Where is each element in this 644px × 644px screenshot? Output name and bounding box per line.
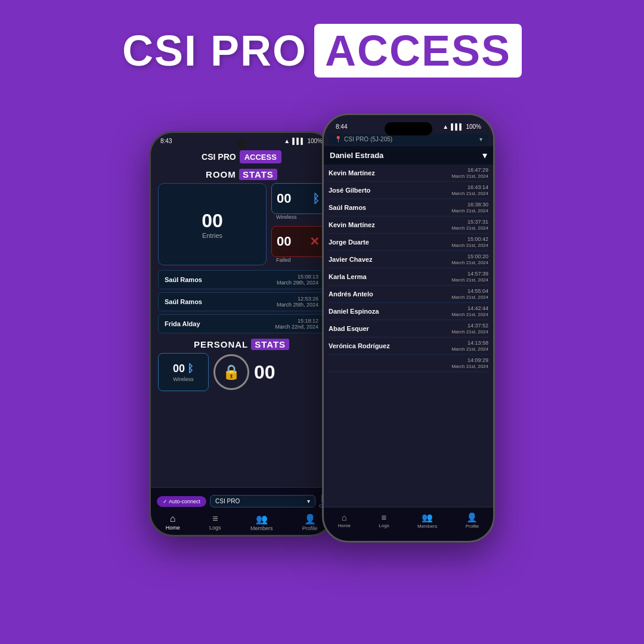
battery-text: 100% xyxy=(307,138,323,144)
failed-x-icon: ✕ xyxy=(309,234,320,249)
location-text: CSI PRO (5J-205) xyxy=(344,136,392,143)
entries-card: 00 Entries xyxy=(158,183,267,265)
right-nav-members[interactable]: 👥 Members xyxy=(417,512,437,529)
nav-members[interactable]: 👥 Members xyxy=(250,513,273,531)
header-access-text: ACCESS xyxy=(325,27,511,75)
personal-count-display: 00 xyxy=(254,361,275,383)
right-phone-screen: 8:44 ▲ ▌▌▌ 100% 📍 CSI PRO (5J-205) ▾ Dan… xyxy=(324,115,493,541)
battery-text-right: 100% xyxy=(466,123,481,130)
log-list-left: Saúl Ramos 15:08:13March 29th, 2024 Saúl… xyxy=(151,270,332,333)
wireless-label: Wireless xyxy=(271,214,325,222)
personal-count: 00 xyxy=(254,361,275,383)
list-item: José Gilberto 16:43:14March 21st, 2024 xyxy=(329,182,488,199)
personal-wireless-label: Wireless xyxy=(173,376,194,382)
dynamic-island xyxy=(385,122,432,135)
chevron-down-icon: ▾ xyxy=(307,498,310,504)
right-nav-bar: ⌂ Home ≡ Logs 👥 Members 👤 Profile xyxy=(324,507,493,541)
list-item: Karla Lerma 14:57:39March 21st, 2024 xyxy=(329,268,488,286)
logs-icon: ≡ xyxy=(212,513,218,524)
lock-circle-icon: 🔒 xyxy=(213,354,249,390)
list-item: Saúl Ramos 16:38:30March 21st, 2024 xyxy=(329,199,488,216)
right-time: 8:44 xyxy=(336,123,347,130)
left-app-csi-pro: CSI PRO xyxy=(202,152,236,162)
list-item: Andrés Antelo 14:55:04March 21st, 2024 xyxy=(329,286,488,303)
phones-container: 8:43 ▲ ▌▌▌ 100% CSI PRO ACCESS ROOM STAT… xyxy=(0,107,644,644)
right-stats: 00 ᛒ Wireless 00 ✕ Failed xyxy=(271,183,325,265)
log-item: Saúl Ramos 12:53:26March 25th, 2024 xyxy=(158,292,325,311)
stats-grid: 00 Entries 00 ᛒ Wireless 00 ✕ xyxy=(151,183,332,270)
list-item: Daniel Espinoza 14:42:44March 21st, 2024 xyxy=(329,303,488,320)
personal-stats-title: PERSONAL STATS xyxy=(151,337,332,353)
signal-icon: ▌▌▌ xyxy=(292,138,305,144)
left-phone-notch xyxy=(237,139,246,148)
right-nav-logs[interactable]: ≡ Logs xyxy=(379,512,389,529)
user-header-name: Daniel Estrada xyxy=(330,151,383,160)
header-access-box: ACCESS xyxy=(314,24,522,78)
personal-wireless-card: 00 ᛒ Wireless xyxy=(158,353,209,391)
personal-wireless-count: 00 xyxy=(173,363,185,375)
auto-connect-button[interactable]: ✓ Auto-connect xyxy=(157,496,206,507)
left-app-access-text: ACCESS xyxy=(244,153,277,162)
right-log-list: Kevin Martínez 16:47:29March 21st, 2024 … xyxy=(324,165,493,372)
user-header: Daniel Estrada ▾ xyxy=(324,146,493,165)
left-phone-screen: 8:43 ▲ ▌▌▌ 100% CSI PRO ACCESS ROOM STAT… xyxy=(151,133,332,535)
list-item: Kevin Martínez 15:37:31March 21st, 2024 xyxy=(329,216,488,234)
wireless-card: 00 ᛒ xyxy=(271,183,325,214)
right-phone: 8:44 ▲ ▌▌▌ 100% 📍 CSI PRO (5J-205) ▾ Dan… xyxy=(322,113,495,543)
right-nav-profile[interactable]: 👤 Profile xyxy=(466,512,479,529)
left-nav-bar: ⌂ Home ≡ Logs 👥 Members 👤 Profile xyxy=(151,511,332,532)
log-item: Saúl Ramos 15:08:13March 29th, 2024 xyxy=(158,270,325,289)
chevron-down-right-icon: ▾ xyxy=(479,136,482,143)
failed-card: 00 ✕ xyxy=(271,226,325,257)
auto-connect-row: ✓ Auto-connect CSI PRO ▾ ᛒ ON xyxy=(151,491,332,511)
entries-count: 00 xyxy=(202,210,223,232)
failed-label: Failed xyxy=(271,257,325,265)
left-app-access-badge: ACCESS xyxy=(240,150,281,163)
list-item: Abad Esquer 14:37:52March 21st, 2024 xyxy=(329,320,488,338)
header-csi-pro-text: CSI PRO xyxy=(122,26,307,75)
failed-card-wrapper: 00 ✕ Failed xyxy=(271,226,325,265)
wifi-icon-right: ▲ xyxy=(442,123,448,130)
left-bottom-bar: ✓ Auto-connect CSI PRO ▾ ᛒ ON ⌂ Home xyxy=(151,487,332,535)
logs-icon-right: ≡ xyxy=(382,512,387,522)
nav-logs[interactable]: ≡ Logs xyxy=(209,513,221,531)
members-icon: 👥 xyxy=(256,513,268,525)
list-item: Jorge Duarte 15:00:42March 21st, 2024 xyxy=(329,234,488,251)
wifi-icon: ▲ xyxy=(284,138,290,144)
signal-icon-right: ▌▌▌ xyxy=(451,123,463,130)
left-time: 8:43 xyxy=(160,138,172,144)
location-pin-icon: 📍 xyxy=(335,136,342,143)
app-header: CSI PRO ACCESS xyxy=(0,24,644,78)
personal-stats-grid: 00 ᛒ Wireless 🔒 00 xyxy=(151,353,332,395)
csi-pro-dropdown[interactable]: CSI PRO ▾ xyxy=(210,495,315,507)
left-phone: 8:43 ▲ ▌▌▌ 100% CSI PRO ACCESS ROOM STAT… xyxy=(149,131,334,537)
left-app-header: CSI PRO ACCESS xyxy=(151,147,332,167)
log-item: Frida Alday 15:18:12March 22nd, 2024 xyxy=(158,314,325,333)
members-icon-right: 👥 xyxy=(422,512,433,523)
nav-home[interactable]: ⌂ Home xyxy=(166,513,180,531)
home-icon: ⌂ xyxy=(170,513,176,524)
list-item: Verónica Rodríguez 14:13:58March 21st, 2… xyxy=(329,338,488,355)
bluetooth-icon: ᛒ xyxy=(312,192,320,206)
home-icon-right: ⌂ xyxy=(342,512,347,522)
failed-count: 00 xyxy=(277,234,291,249)
wireless-count: 00 xyxy=(277,191,291,206)
chevron-down-user-icon: ▾ xyxy=(482,150,487,161)
profile-icon: 👤 xyxy=(304,513,316,525)
room-stats-title: ROOM STATS xyxy=(151,167,332,183)
list-item: 14:09:29March 21st, 2024 xyxy=(329,355,488,372)
personal-bt-icon: ᛒ xyxy=(187,363,194,375)
nav-profile[interactable]: 👤 Profile xyxy=(302,513,318,531)
list-item: Javier Chavez 15:00:20March 21st, 2024 xyxy=(329,251,488,268)
list-item: Kevin Martínez 16:47:29March 21st, 2024 xyxy=(329,165,488,182)
profile-icon-right: 👤 xyxy=(466,512,478,523)
entries-label: Entries xyxy=(202,232,222,239)
right-nav-home[interactable]: ⌂ Home xyxy=(338,512,351,529)
wireless-card-wrapper: 00 ᛒ Wireless xyxy=(271,183,325,222)
